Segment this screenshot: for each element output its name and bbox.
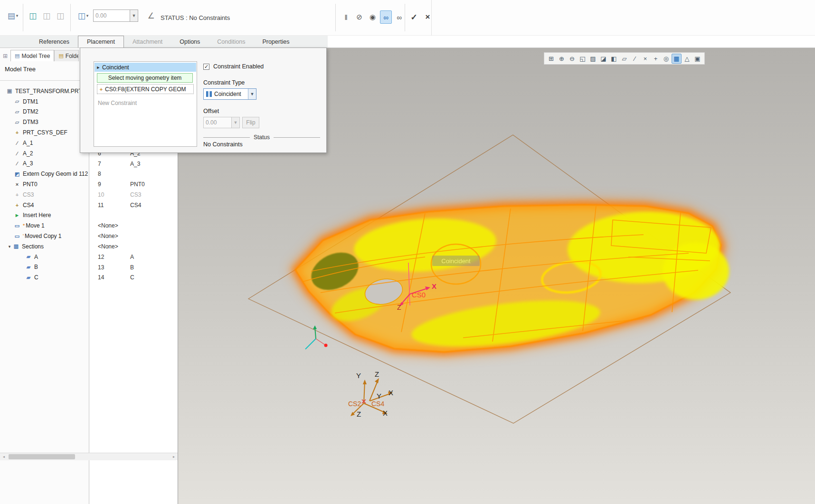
offset-dropdown-arrow[interactable]: ▼ xyxy=(130,10,138,22)
navigator-grid-icon[interactable]: ⊞ xyxy=(1,53,9,59)
no-preview-button[interactable]: ⊘ xyxy=(353,10,365,24)
tree-item[interactable]: ▾ ▥ Sections xyxy=(0,241,89,252)
scrollbar-thumb[interactable] xyxy=(9,454,75,459)
dashboard-tab[interactable]: References xyxy=(30,36,78,48)
tab-folder-browser[interactable]: ▤ Folde xyxy=(54,50,79,61)
row-number: 13 xyxy=(89,264,130,271)
table-row[interactable]: 11 CS4 xyxy=(89,200,178,210)
annotation-display-icon[interactable]: △ xyxy=(682,54,692,64)
tree-item-label: B xyxy=(34,264,38,270)
tree-item[interactable]: ∕ A_1 xyxy=(0,138,89,148)
expand-arrow-icon[interactable]: ▾ xyxy=(7,244,12,249)
constraint-angle-button[interactable]: ∠ xyxy=(144,9,158,23)
table-row[interactable]: 12 A xyxy=(89,252,178,262)
cs2-cs4-triad[interactable]: Y Z X Y Z X CS2 CS4 xyxy=(348,370,393,418)
preview-unattached-button[interactable]: ∞ xyxy=(393,10,405,24)
ok-button[interactable]: ✓ xyxy=(408,10,419,24)
tree-item[interactable]: ∕ A_3 xyxy=(0,159,89,169)
constraint-enabled-checkbox[interactable]: ✓ xyxy=(203,64,209,70)
constraint-list[interactable]: ► Coincident Select moving geometry item… xyxy=(94,61,197,147)
zoom-in-icon[interactable]: ⊕ xyxy=(557,54,567,64)
offset-value-input[interactable] xyxy=(93,10,130,22)
tree-item[interactable]: ▣ TEST_TRANSFORM.PRT xyxy=(0,86,89,96)
view-manager-icon[interactable]: ▦ xyxy=(672,54,682,64)
copy-geometry-icon[interactable]: ◫ xyxy=(27,9,39,23)
table-row[interactable]: 10 CS3 xyxy=(89,190,178,200)
horizontal-scrollbar[interactable]: ◂ ▸ xyxy=(0,453,178,460)
capture-icon[interactable]: ▣ xyxy=(692,54,702,64)
table-row[interactable]: 13 B xyxy=(89,262,178,273)
reference-selector-button[interactable]: ◫ ▾ xyxy=(75,9,92,23)
tree-item[interactable]: + PRT_CSYS_DEF xyxy=(0,127,89,138)
row-number: 7 xyxy=(89,161,130,167)
datum-axis-display-icon[interactable]: ∕ xyxy=(630,54,640,64)
scroll-left-arrow[interactable]: ◂ xyxy=(0,454,7,460)
constraint-type-label: Constraint Type xyxy=(203,79,245,86)
table-row[interactable]: 7 A_3 xyxy=(89,159,178,169)
table-row[interactable]: <None> xyxy=(89,241,178,252)
verify-button[interactable]: ◉ xyxy=(367,10,379,24)
tree-item[interactable]: ▭ * Move 1 xyxy=(0,220,89,231)
constraint-item-selected[interactable]: ► Coincident xyxy=(95,63,196,72)
datum-plane-display-icon[interactable]: ▱ xyxy=(619,54,629,64)
row-number: <None> xyxy=(89,222,130,229)
tree-item[interactable]: ◩ Extern Copy Geom id 112 xyxy=(0,169,89,179)
reference-selector-icon: ◫ xyxy=(78,12,85,20)
dropdown-arrow-icon[interactable]: ▼ xyxy=(248,89,256,99)
new-constraint-item[interactable]: New Constraint xyxy=(98,100,137,106)
tree-item-label: PRT_CSYS_DEF xyxy=(23,129,67,136)
table-row[interactable]: <None> xyxy=(89,231,178,241)
preview-attached-button[interactable]: ∞ xyxy=(380,10,392,24)
tree-item-label: Moved Copy 1 xyxy=(25,233,61,239)
paste-icon[interactable]: ◫ xyxy=(40,9,53,23)
scroll-right-arrow[interactable]: ▸ xyxy=(171,454,177,460)
repaint-icon[interactable]: ▨ xyxy=(588,54,598,64)
tree-item[interactable]: ▰ A xyxy=(0,252,89,262)
tree-item[interactable]: ▰ B xyxy=(0,262,89,273)
zoom-window-icon[interactable]: ⊞ xyxy=(546,54,556,64)
spin-center-icon[interactable]: ◎ xyxy=(661,54,671,64)
table-row[interactable] xyxy=(89,210,178,221)
dashboard-tab[interactable]: Properties xyxy=(254,36,298,48)
tree-item[interactable]: × PNT0 xyxy=(0,179,89,190)
offset-dropdown-arrow[interactable]: ▼ xyxy=(232,117,240,128)
paste-special-icon[interactable]: ◫ xyxy=(54,9,66,23)
table-row[interactable]: 14 C xyxy=(89,273,178,283)
table-row[interactable]: 9 PNT0 xyxy=(89,179,178,190)
toolbar-divider xyxy=(405,4,405,31)
flip-button[interactable]: Flip xyxy=(242,117,259,128)
transform-type-button[interactable]: ▤ ▾ xyxy=(4,9,22,23)
select-moving-geometry-prompt[interactable]: Select moving geometry item xyxy=(97,73,193,83)
tab-model-tree[interactable]: ▤ Model Tree xyxy=(10,50,54,61)
table-row[interactable]: <None> xyxy=(89,221,178,231)
dashboard-tab[interactable]: Conditions xyxy=(208,36,254,48)
zoom-out-icon[interactable]: ⊖ xyxy=(567,54,577,64)
section-view-icon[interactable]: ◧ xyxy=(609,54,619,64)
dashboard-toolbar: ▤ ▾ ◫ ◫ ◫ ◫ ▾ ▼ ∠ STATUS : No Constraint… xyxy=(0,0,815,36)
angle-icon: ∠ xyxy=(147,12,154,20)
tree-item[interactable]: ▱ DTM3 xyxy=(0,117,89,127)
table-row[interactable]: 8 xyxy=(89,169,178,180)
dashboard-tab[interactable]: Options xyxy=(171,36,208,48)
offset-input[interactable] xyxy=(203,117,232,128)
display-style-icon[interactable]: ◪ xyxy=(598,54,608,64)
chevron-down-icon: ▾ xyxy=(86,13,89,18)
tree-item[interactable]: ▭ ' Moved Copy 1 xyxy=(0,231,89,241)
tree-item[interactable]: ▱ DTM2 xyxy=(0,107,89,117)
tree-item[interactable]: ▱ DTM1 xyxy=(0,96,89,107)
tree-item[interactable]: ▰ C xyxy=(0,272,89,283)
dashboard-tab[interactable]: Attachment xyxy=(124,36,171,48)
tree-item[interactable]: ► Insert Here xyxy=(0,210,89,221)
constraint-reference-item[interactable]: + CS0:F8(EXTERN COPY GEOM xyxy=(97,84,194,94)
tree-item[interactable]: + CS3 xyxy=(0,190,89,200)
constraint-type-dropdown[interactable]: Coincident ▼ xyxy=(203,88,256,100)
pause-button[interactable]: ‖ xyxy=(340,10,352,24)
csys-display-icon[interactable]: + xyxy=(651,54,661,64)
tree-item-label: PNT0 xyxy=(23,181,38,188)
dashboard-tab[interactable]: Placement xyxy=(78,36,124,48)
refit-icon[interactable]: ◱ xyxy=(578,54,588,64)
tree-item[interactable]: ∕ A_2 xyxy=(0,148,89,159)
datum-point-display-icon[interactable]: × xyxy=(640,54,650,64)
tree-item[interactable]: + CS4 xyxy=(0,200,89,210)
tree-item-label: A_2 xyxy=(23,150,33,157)
